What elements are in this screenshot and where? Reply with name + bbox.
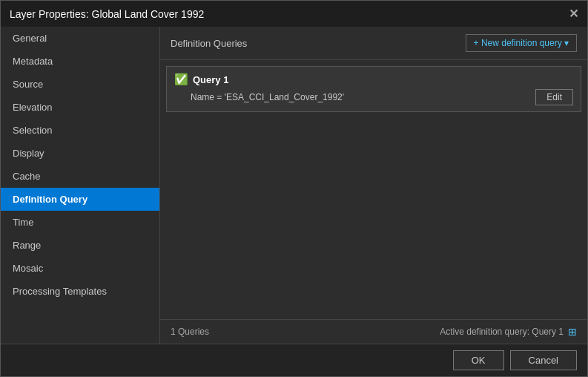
- sidebar: GeneralMetadataSourceElevationSelectionD…: [1, 27, 160, 344]
- definition-queries-label: Definition Queries: [171, 38, 247, 49]
- edit-query-button[interactable]: Edit: [535, 89, 573, 105]
- sidebar-item-processing-templates[interactable]: Processing Templates: [1, 280, 159, 303]
- sidebar-item-range[interactable]: Range: [1, 234, 159, 257]
- dialog-footer: OK Cancel: [1, 344, 587, 376]
- sidebar-item-display[interactable]: Display: [1, 142, 159, 165]
- table-icon: ⊞: [568, 326, 577, 338]
- sidebar-item-time[interactable]: Time: [1, 211, 159, 234]
- query-active-icon: ✅: [174, 73, 188, 86]
- query-item-header: ✅Query 1: [174, 73, 573, 86]
- query-expression: Name = 'ESA_CCI_Land_Cover_1992': [191, 92, 344, 102]
- sidebar-item-mosaic[interactable]: Mosaic: [1, 257, 159, 280]
- main-content: Definition Queries + New definition quer…: [160, 27, 587, 344]
- sidebar-item-cache[interactable]: Cache: [1, 165, 159, 188]
- queries-list: ✅Query 1Name = 'ESA_CCI_Land_Cover_1992'…: [160, 60, 587, 319]
- dialog-title: Layer Properties: Global Land Cover 1992: [10, 8, 204, 20]
- sidebar-item-definition-query[interactable]: Definition Query: [1, 188, 159, 211]
- new-definition-query-button[interactable]: + New definition query ▾: [466, 34, 577, 52]
- queries-count: 1 Queries: [171, 327, 209, 337]
- definition-queries-header: Definition Queries + New definition quer…: [160, 27, 587, 60]
- dialog-body: GeneralMetadataSourceElevationSelectionD…: [1, 27, 587, 344]
- active-query-label: Active definition query: Query 1: [440, 327, 564, 337]
- queries-footer: 1 Queries Active definition query: Query…: [160, 319, 587, 344]
- active-query-info: Active definition query: Query 1 ⊞: [440, 326, 577, 338]
- sidebar-item-elevation[interactable]: Elevation: [1, 96, 159, 119]
- close-button[interactable]: ✕: [569, 7, 578, 21]
- ok-button[interactable]: OK: [453, 350, 504, 370]
- query-name: Query 1: [193, 74, 228, 85]
- sidebar-item-source[interactable]: Source: [1, 73, 159, 96]
- sidebar-item-general[interactable]: General: [1, 27, 159, 50]
- query-item-body: Name = 'ESA_CCI_Land_Cover_1992'Edit: [174, 89, 573, 105]
- layer-properties-dialog: Layer Properties: Global Land Cover 1992…: [0, 0, 588, 377]
- sidebar-item-selection[interactable]: Selection: [1, 119, 159, 142]
- query-item: ✅Query 1Name = 'ESA_CCI_Land_Cover_1992'…: [166, 66, 581, 112]
- sidebar-item-metadata[interactable]: Metadata: [1, 50, 159, 73]
- title-bar: Layer Properties: Global Land Cover 1992…: [1, 1, 587, 27]
- cancel-button[interactable]: Cancel: [510, 350, 577, 370]
